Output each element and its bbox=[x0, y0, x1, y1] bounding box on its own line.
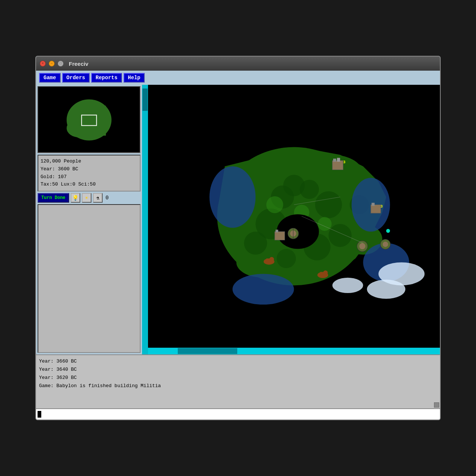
left-panel: 120,000 People Year: 3600 BC Gold: 107 T… bbox=[36, 85, 142, 354]
minimap[interactable] bbox=[38, 86, 141, 153]
tax-label: Tax:50 Lux:0 Sci:50 bbox=[41, 181, 138, 189]
svg-rect-46 bbox=[320, 272, 322, 276]
svg-point-26 bbox=[232, 274, 294, 305]
svg-point-48 bbox=[323, 270, 328, 275]
maximize-button[interactable]: □ bbox=[58, 61, 64, 67]
year-label: Year: 3600 BC bbox=[41, 165, 138, 173]
gold-label: Gold: 107 bbox=[41, 173, 138, 181]
turn-done-button[interactable]: Turn Done bbox=[38, 193, 69, 203]
svg-point-17 bbox=[283, 175, 305, 196]
app-window: × − □ Freeciv Game Orders Reports Help bbox=[35, 56, 441, 420]
svg-rect-42 bbox=[266, 258, 268, 263]
svg-point-15 bbox=[328, 224, 351, 247]
log-scrollbar[interactable] bbox=[434, 402, 439, 408]
map-container: 3 3 bbox=[148, 85, 440, 354]
window-title: Freeciv bbox=[69, 61, 89, 67]
svg-text:3: 3 bbox=[343, 160, 345, 164]
sun-icon-btn[interactable]: ☀ bbox=[82, 193, 91, 203]
message-log: Year: 3660 BC Year: 3640 BC Year: 3620 B… bbox=[36, 354, 440, 408]
bulb-icon-btn[interactable]: 💡 bbox=[71, 193, 80, 203]
svg-point-19 bbox=[244, 232, 267, 255]
map-scrollbar-vertical[interactable] bbox=[142, 85, 148, 354]
controls-row: Turn Done 💡 ☀ ⚗ 0 bbox=[38, 193, 141, 203]
flask-icon: ⚗ bbox=[96, 195, 99, 201]
svg-rect-34 bbox=[337, 158, 340, 162]
menu-bar: Game Orders Reports Help bbox=[36, 71, 440, 85]
menu-help[interactable]: Help bbox=[123, 73, 145, 83]
svg-point-24 bbox=[209, 166, 255, 228]
svg-point-55 bbox=[383, 242, 388, 247]
bulb-icon: 💡 bbox=[72, 195, 78, 201]
scrollbar-thumb-h bbox=[178, 348, 237, 354]
sun-icon: ☀ bbox=[85, 195, 88, 201]
map-view[interactable]: 3 3 bbox=[148, 85, 440, 348]
info-panel: 120,000 People Year: 3600 BC Gold: 107 T… bbox=[38, 155, 141, 192]
svg-point-23 bbox=[266, 196, 283, 213]
svg-point-30 bbox=[367, 280, 405, 299]
svg-rect-39 bbox=[275, 232, 285, 240]
close-button[interactable]: × bbox=[40, 61, 46, 67]
svg-point-53 bbox=[359, 243, 366, 250]
svg-point-3 bbox=[67, 119, 93, 137]
text-cursor bbox=[38, 411, 41, 418]
svg-point-31 bbox=[332, 278, 363, 293]
svg-point-20 bbox=[277, 249, 296, 268]
menu-orders[interactable]: Orders bbox=[62, 73, 90, 83]
log-line-3: Year: 3620 BC bbox=[39, 374, 437, 382]
svg-rect-40 bbox=[276, 230, 278, 232]
map-scrollbar-horizontal[interactable] bbox=[148, 348, 440, 354]
svg-point-22 bbox=[318, 217, 332, 231]
svg-text:3: 3 bbox=[380, 204, 383, 209]
svg-rect-33 bbox=[333, 159, 336, 162]
svg-point-13 bbox=[315, 191, 342, 218]
input-bar[interactable] bbox=[36, 408, 440, 419]
flask-icon-btn[interactable]: ⚗ bbox=[93, 193, 103, 203]
population-label: 120,000 People bbox=[41, 158, 138, 165]
menu-game[interactable]: Game bbox=[39, 73, 61, 83]
title-bar: × − □ Freeciv bbox=[36, 57, 440, 71]
svg-point-56 bbox=[386, 229, 390, 233]
svg-point-44 bbox=[269, 257, 274, 261]
svg-rect-32 bbox=[332, 161, 343, 170]
menu-reports[interactable]: Reports bbox=[91, 73, 122, 83]
score-label: 0 bbox=[106, 195, 109, 201]
main-area: 120,000 People Year: 3600 BC Gold: 107 T… bbox=[36, 85, 440, 354]
scrollbar-thumb-v bbox=[142, 89, 148, 111]
log-line-1: Year: 3660 BC bbox=[39, 357, 437, 366]
unit-panel bbox=[38, 204, 141, 353]
log-line-4: Game: Babylon is finished building Milit… bbox=[39, 382, 437, 390]
svg-rect-36 bbox=[371, 205, 381, 213]
log-line-2: Year: 3640 BC bbox=[39, 366, 437, 374]
svg-rect-37 bbox=[372, 203, 374, 206]
minimize-button[interactable]: − bbox=[49, 61, 55, 67]
